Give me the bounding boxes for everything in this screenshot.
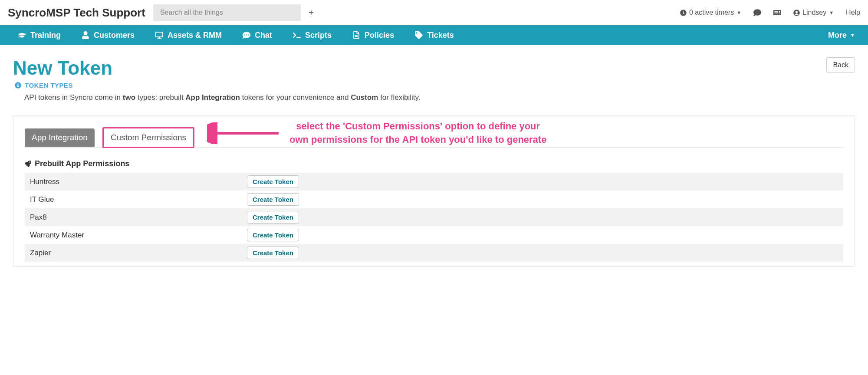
permission-name: Huntress (30, 178, 247, 186)
desktop-icon (155, 31, 163, 39)
table-row: Pax8 Create Token (25, 208, 843, 226)
nav-customers[interactable]: Customers (71, 31, 145, 40)
permission-name: IT Glue (30, 195, 247, 204)
info-circle-icon (15, 82, 21, 89)
keyboard-icon (773, 9, 781, 16)
token-types-description: API tokens in Syncro come in two types: … (0, 89, 868, 115)
user-dropdown[interactable]: Lindsey ▼ (793, 9, 834, 16)
page-title: New Token (13, 57, 112, 79)
search-input[interactable] (153, 4, 301, 21)
clock-icon (680, 10, 687, 16)
app-title: SyncroMSP Tech Support (8, 6, 145, 20)
permission-name: Pax8 (30, 213, 247, 222)
caret-down-icon: ▼ (736, 10, 741, 15)
graduation-cap-icon (18, 31, 26, 39)
permission-name: Zapier (30, 249, 247, 257)
comment-icon (753, 9, 761, 16)
nav-training[interactable]: Training (8, 31, 71, 40)
create-token-button[interactable]: Create Token (247, 175, 299, 188)
create-token-button[interactable]: Create Token (247, 211, 299, 224)
nav-tickets[interactable]: Tickets (404, 31, 464, 40)
page-header: New Token Back (0, 45, 868, 79)
arrow-icon (207, 122, 281, 144)
active-timers-dropdown[interactable]: 0 active timers ▼ (680, 9, 741, 16)
file-icon (352, 31, 360, 39)
tabs-row: App Integration Custom Permissions selec… (25, 127, 843, 148)
caret-down-icon: ▼ (850, 33, 855, 38)
annotation-text: select the 'Custom Permissions' option t… (289, 120, 546, 147)
user-name: Lindsey (802, 9, 826, 16)
terminal-icon (293, 31, 301, 39)
nav-chat[interactable]: Chat (232, 31, 283, 40)
nav-assets-rmm[interactable]: Assets & RMM (145, 31, 232, 40)
nav-scripts[interactable]: Scripts (283, 31, 342, 40)
create-token-button[interactable]: Create Token (247, 229, 299, 241)
token-types-heading: TOKEN TYPES (0, 79, 868, 89)
navbar: Training Customers Assets & RMM Chat Scr… (0, 25, 868, 45)
tag-icon (415, 31, 423, 39)
nav-policies[interactable]: Policies (342, 31, 404, 40)
create-token-button[interactable]: Create Token (247, 193, 299, 206)
user-circle-icon (793, 10, 800, 16)
nav-more-dropdown[interactable]: More ▼ (828, 31, 860, 40)
help-link[interactable]: Help (846, 9, 860, 16)
token-types-label: TOKEN TYPES (25, 82, 73, 89)
plus-icon[interactable]: + (309, 8, 314, 18)
permissions-table: Huntress Create Token IT Glue Create Tok… (25, 173, 843, 262)
caret-down-icon: ▼ (829, 10, 834, 15)
topbar-right: 0 active timers ▼ Lindsey ▼ Help (680, 9, 860, 16)
chat-icon (243, 31, 250, 39)
chat-icon-button[interactable] (753, 9, 761, 16)
tab-custom-permissions[interactable]: Custom Permissions (102, 127, 194, 148)
create-token-button[interactable]: Create Token (247, 247, 299, 259)
tab-app-integration[interactable]: App Integration (25, 128, 95, 147)
rocket-icon (25, 161, 31, 167)
timers-label: 0 active timers (689, 9, 734, 16)
back-button[interactable]: Back (826, 57, 855, 73)
keyboard-icon-button[interactable] (773, 9, 781, 16)
annotation: select the 'Custom Permissions' option t… (207, 120, 546, 147)
table-row: Zapier Create Token (25, 244, 843, 262)
section-title: Prebuilt App Permissions (25, 159, 843, 168)
table-row: IT Glue Create Token (25, 191, 843, 208)
table-row: Warranty Master Create Token (25, 226, 843, 244)
topbar: SyncroMSP Tech Support + 0 active timers… (0, 0, 868, 25)
permission-name: Warranty Master (30, 231, 247, 240)
user-icon (82, 31, 89, 39)
table-row: Huntress Create Token (25, 173, 843, 191)
token-panel: App Integration Custom Permissions selec… (13, 115, 855, 266)
